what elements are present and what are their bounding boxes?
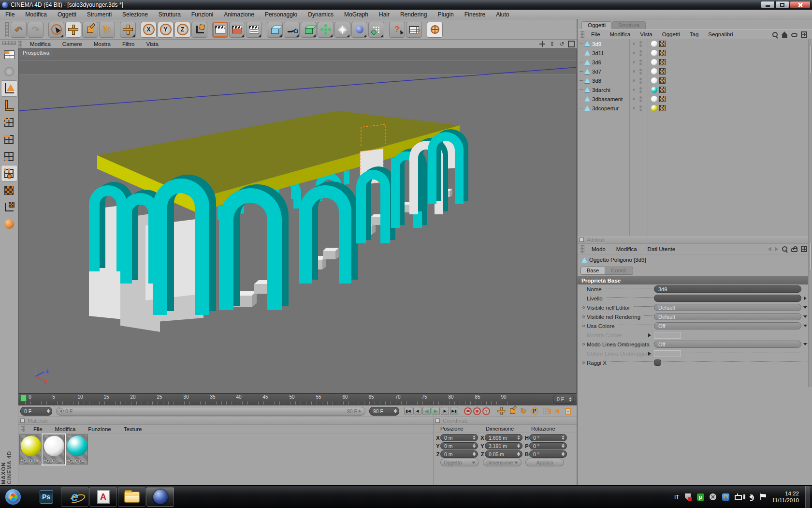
menu-mograph[interactable]: MoGraph xyxy=(339,11,374,18)
om-menu-file[interactable]: File xyxy=(586,31,605,37)
attr-search-icon[interactable] xyxy=(782,246,788,252)
help-icon[interactable]: ? xyxy=(389,22,405,38)
viewport-label[interactable]: Prospettiva xyxy=(19,49,53,57)
coords-mode-dropdown[interactable]: Oggetto xyxy=(440,459,479,466)
lock-y-icon[interactable]: Y xyxy=(158,22,174,38)
content-browser-icon[interactable]: ? xyxy=(406,22,422,38)
texture-mode-icon[interactable] xyxy=(1,182,17,198)
texture-tag-icon[interactable] xyxy=(659,87,666,93)
object-row-3d9[interactable]: 3d9 xyxy=(578,39,812,48)
history-back-icon[interactable] xyxy=(768,247,771,252)
network-icon[interactable] xyxy=(734,493,742,501)
texture-tag-icon[interactable] xyxy=(659,96,666,102)
menu-struttura[interactable]: Struttura xyxy=(153,11,186,18)
vp-menu-vista[interactable]: Vista xyxy=(140,41,164,47)
vp-menu-modifica[interactable]: Modifica xyxy=(24,41,57,47)
record-position-icon[interactable] xyxy=(497,407,506,416)
material-thumbnail[interactable]: *GLOBA xyxy=(43,434,65,464)
utorrent-icon[interactable]: µ xyxy=(696,493,704,501)
render-settings-icon[interactable] xyxy=(246,22,262,38)
anim-dot-icon[interactable] xyxy=(582,325,585,327)
material-ball-icon[interactable] xyxy=(651,41,657,47)
lock-x-icon[interactable]: X xyxy=(141,22,157,38)
perspective-viewport[interactable]: Prospettiva xyxy=(18,48,577,393)
attr-menu-modifica[interactable]: Modifica xyxy=(611,246,642,252)
material-ball-icon[interactable] xyxy=(651,105,657,111)
texture-tag-icon[interactable] xyxy=(659,50,666,56)
volume-icon[interactable] xyxy=(747,493,754,501)
uv-mode-icon[interactable] xyxy=(1,165,17,181)
subdivision-surface-icon[interactable] xyxy=(301,22,317,38)
language-indicator[interactable]: IT xyxy=(674,494,679,500)
texture-tag-icon[interactable] xyxy=(659,77,666,84)
internet-explorer-icon[interactable]: e xyxy=(61,487,88,507)
menu-rendering[interactable]: Rendering xyxy=(395,11,432,18)
autocad-icon[interactable]: A xyxy=(89,487,117,507)
attr-menu-dati-utente[interactable]: Dati Utente xyxy=(642,246,681,252)
history-forward-icon[interactable] xyxy=(775,247,778,252)
om-menu-modifica[interactable]: Modifica xyxy=(605,31,636,37)
record-rotation-icon[interactable]: ↻ xyxy=(519,407,528,416)
search-icon[interactable] xyxy=(772,31,778,38)
rot-p-field[interactable]: 0 ° xyxy=(529,442,567,449)
raggi-x-checkbox[interactable] xyxy=(654,359,661,366)
light-icon[interactable] xyxy=(334,22,350,38)
go-to-start-button[interactable]: ▮◀ xyxy=(404,407,412,415)
section-proprieta-base[interactable]: Proprietà Base xyxy=(578,276,812,284)
tab-base[interactable]: Base xyxy=(580,267,605,275)
mat-menu-file[interactable]: File xyxy=(27,426,49,432)
om-menu-oggetti[interactable]: Oggetti xyxy=(657,31,685,37)
pos-y-field[interactable]: 0 m xyxy=(440,442,478,449)
move-icon[interactable] xyxy=(65,22,81,38)
tab-oggetti[interactable]: Oggetti xyxy=(581,21,612,29)
start-orb[interactable] xyxy=(5,489,21,505)
texture-tag-icon[interactable] xyxy=(659,41,666,47)
menu-modifica[interactable]: Modifica xyxy=(20,11,52,18)
dropdown-arrow-icon[interactable] xyxy=(803,306,807,309)
online-updater-icon[interactable] xyxy=(427,22,443,38)
texture-tag-icon[interactable] xyxy=(659,105,666,111)
render-picture-viewer-icon[interactable] xyxy=(229,22,245,38)
timeline-scrubber[interactable] xyxy=(20,395,27,402)
rotate-icon[interactable]: ↻ xyxy=(99,22,115,38)
materials-grip[interactable] xyxy=(21,426,25,433)
vp-menu-mostra[interactable]: Mostra xyxy=(88,41,116,47)
move-tool-icon[interactable] xyxy=(120,22,136,38)
minimize-button[interactable] xyxy=(761,1,775,8)
redo-icon[interactable]: ↷ xyxy=(28,22,44,38)
mat-menu-modifica[interactable]: Modifica xyxy=(49,426,82,432)
undo-icon[interactable]: ↶ xyxy=(11,22,27,38)
object-row-3d7[interactable]: 3d7 xyxy=(578,67,812,76)
end-frame-field[interactable]: 90 F xyxy=(369,407,399,416)
mat-menu-funzione[interactable]: Funzione xyxy=(82,426,117,432)
world-grid-icon[interactable] xyxy=(1,63,17,80)
ruler-frame-field[interactable]: 0 F xyxy=(553,395,574,403)
object-row-3d11[interactable]: 3d11 xyxy=(578,48,812,58)
om-menu-tag[interactable]: Tag xyxy=(685,31,704,37)
add-cube-icon[interactable] xyxy=(267,22,283,38)
rot-b-field[interactable]: 0 ° xyxy=(529,450,567,458)
tab-struttura[interactable]: Struttura xyxy=(612,21,646,29)
menu-dynamics[interactable]: Dynamics xyxy=(303,11,339,18)
tray-x-icon[interactable] xyxy=(709,493,717,501)
nome-input[interactable]: 3d9 xyxy=(654,285,801,293)
photoshop-icon[interactable]: Ps xyxy=(32,487,60,507)
pos-z-field[interactable]: 0 m xyxy=(440,450,478,458)
coords-pin-checkbox[interactable] xyxy=(435,418,440,423)
filter-eye-icon[interactable] xyxy=(791,33,798,37)
viewport-pan-icon[interactable] xyxy=(539,41,546,47)
environment-icon[interactable] xyxy=(351,22,367,38)
array-icon[interactable] xyxy=(318,22,334,38)
close-button[interactable] xyxy=(790,1,811,8)
menu-aiuto[interactable]: Aiuto xyxy=(491,11,514,18)
om-menu-segnalibri[interactable]: Segnalibri xyxy=(703,31,738,37)
modo-linea-dropdown[interactable]: Off xyxy=(654,341,801,348)
object-row-3d6[interactable]: 3d6 xyxy=(578,58,812,67)
texture-axis-icon[interactable] xyxy=(1,199,17,215)
menu-finestre[interactable]: Finestre xyxy=(459,11,491,18)
om-grip[interactable] xyxy=(580,31,584,38)
go-to-end-button[interactable]: ▶▮ xyxy=(450,407,458,415)
timeline-ruler[interactable]: 0 5 10 15 20 25 30 35 40 45 50 55 60 65 … xyxy=(18,393,577,405)
dim-y-field[interactable]: 3.191 m xyxy=(485,442,522,449)
apply-button[interactable]: Applica xyxy=(525,459,564,466)
